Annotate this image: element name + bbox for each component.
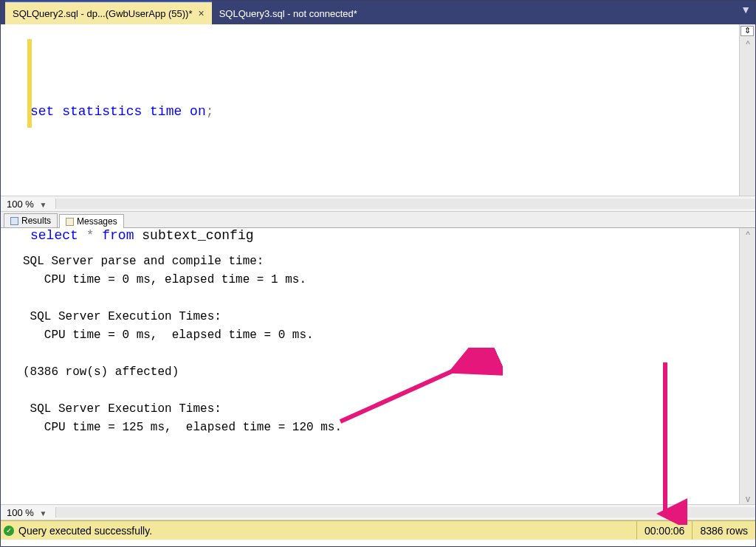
scroll-up-icon[interactable]: ^ [742, 39, 754, 48]
message-line: SQL Server Execution Times: [23, 310, 221, 323]
chevron-down-icon: ▼ [40, 509, 47, 517]
messages-zoom-dropdown[interactable]: 100 % ▼ [4, 507, 49, 518]
close-icon[interactable]: × [198, 7, 204, 19]
message-line: SQL Server parse and compile time: [23, 255, 264, 268]
messages-output[interactable]: SQL Server parse and compile time: CPU t… [1, 228, 739, 504]
tab-label: SQLQuery3.sql - not connected* [219, 8, 357, 19]
change-indicator [27, 39, 32, 128]
sql-editor[interactable]: set statistics time on; select * from su… [1, 24, 739, 196]
sql-editor-pane: set statistics time on; select * from su… [1, 24, 755, 196]
success-icon: ✓ [4, 526, 14, 536]
message-line: CPU time = 0 ms, elapsed time = 1 ms. [23, 273, 306, 286]
status-elapsed: 00:00:06 [636, 521, 693, 540]
messages-horizontal-scrollbar[interactable] [55, 507, 755, 517]
message-line: CPU time = 0 ms, elapsed time = 0 ms. [23, 328, 314, 342]
status-message: Query executed successfully. [18, 525, 636, 537]
messages-icon [66, 218, 74, 226]
message-line: SQL Server Execution Times: [23, 402, 221, 416]
message-line: CPU time = 125 ms, elapsed time = 120 ms… [23, 421, 342, 434]
tab-messages[interactable]: Messages [59, 214, 124, 228]
status-bar: ✓ Query executed successfully. 00:00:06 … [1, 520, 755, 540]
code-line: set statistics time on; [30, 101, 739, 122]
code-line [30, 163, 739, 184]
tab-sqlquery2[interactable]: SQLQuery2.sql - dp...(GwbUserApp (55))* … [5, 1, 212, 24]
tab-label: SQLQuery2.sql - dp...(GwbUserApp (55))* [13, 8, 192, 19]
scroll-up-icon[interactable]: ^ [742, 230, 754, 238]
messages-vertical-scrollbar[interactable]: ^ v [739, 228, 755, 504]
message-line: (8386 row(s) affected) [23, 365, 179, 379]
document-tab-bar: SQLQuery2.sql - dp...(GwbUserApp (55))* … [1, 1, 755, 24]
messages-zoom-bar: 100 % ▼ [1, 504, 755, 520]
status-rows: 8386 rows [692, 521, 755, 540]
editor-vertical-scrollbar[interactable]: ⇕ ^ [739, 24, 755, 196]
messages-pane: SQL Server parse and compile time: CPU t… [1, 228, 755, 504]
grid-icon [10, 217, 18, 225]
scroll-down-icon[interactable]: v [742, 494, 754, 503]
tab-overflow-dropdown[interactable]: ▼ [740, 4, 751, 16]
split-handle-icon[interactable]: ⇕ [740, 26, 754, 36]
tab-sqlquery3[interactable]: SQLQuery3.sql - not connected* [212, 1, 365, 24]
